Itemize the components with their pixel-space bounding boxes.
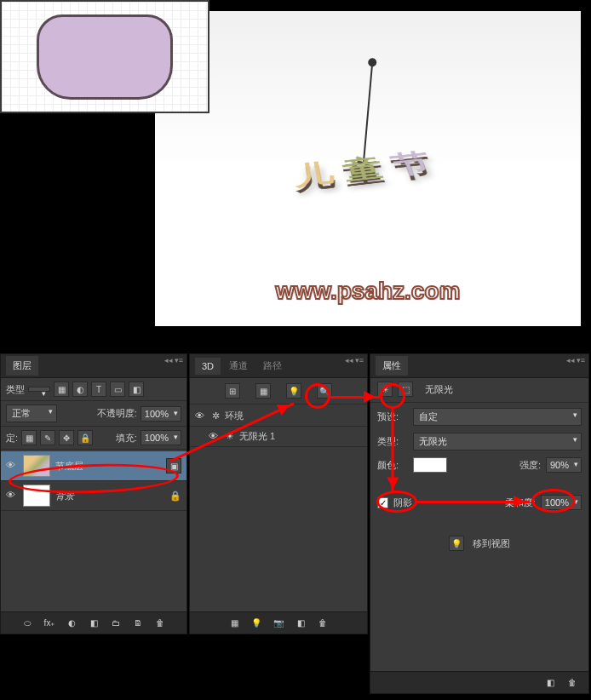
layer-3d-icon[interactable]: ▣	[166, 458, 181, 473]
lock-transparent-icon[interactable]: ▦	[21, 430, 37, 445]
camera-icon[interactable]: 📷	[271, 616, 286, 631]
group-icon[interactable]: 🗀	[108, 616, 123, 631]
3d-char-3[interactable]: 节	[387, 146, 445, 180]
three-d-footer: ▦ 💡 📷 ◧ 🗑	[190, 611, 367, 634]
filter-adjust-icon[interactable]: ◐	[72, 382, 88, 397]
layers-footer: ⬭ fx₊ ◐ ◧ 🗀 🗎 🗑	[1, 611, 186, 634]
type-row: 类型: 无限光	[370, 429, 588, 454]
panel-menu-icon[interactable]: ▾≡	[175, 356, 183, 364]
tab-properties[interactable]: 属性	[376, 356, 408, 376]
filter-shape-icon[interactable]: ▭	[110, 382, 125, 397]
three-d-tab-bar: 3D 通道 路径	[190, 354, 367, 378]
color-swatch[interactable]	[413, 457, 447, 473]
lock-move-icon[interactable]: ✥	[59, 430, 74, 445]
three-d-list: 👁 ✲ 环境 👁 ☀ 无限光 1	[190, 405, 367, 449]
filter-mesh-icon[interactable]: ▦	[255, 383, 271, 399]
mesh-icon[interactable]: ▦	[227, 616, 242, 631]
lock-paint-icon[interactable]: ✎	[40, 430, 55, 445]
fill-value[interactable]: 100%	[141, 430, 181, 445]
layer-list: 👁 节底层 ▣ 👁 背景 🔒	[1, 450, 186, 513]
three-d-row[interactable]: 👁 ✲ 环境	[190, 406, 367, 427]
move-to-view-row: 💡 移到视图	[370, 529, 588, 558]
light-handle-dot[interactable]	[368, 58, 377, 67]
trash-icon[interactable]: 🗑	[152, 616, 168, 631]
properties-panel: ◂◂ ▾≡ 属性 ☀ ⬚ 无限光 预设: 自定 类型: 无限光 颜色: 强度: …	[370, 353, 589, 694]
light-type-title: 无限光	[425, 383, 453, 396]
opacity-value[interactable]: 100%	[141, 406, 181, 422]
lock-label: 定:	[6, 432, 18, 445]
filter-smart-icon[interactable]: ◧	[129, 382, 144, 397]
filter-scene-icon[interactable]: ⊞	[225, 383, 240, 399]
environment-icon: ✲	[212, 410, 220, 422]
mask-icon[interactable]: ◐	[64, 616, 79, 631]
coord-icon[interactable]: ⬚	[398, 382, 413, 397]
panel-collapse-icon[interactable]: ◂◂	[345, 356, 353, 364]
filter-image-icon[interactable]: ▦	[54, 382, 69, 397]
shadow-label: 阴影	[393, 496, 412, 509]
color-row: 颜色: 强度: 90%	[370, 454, 588, 476]
link-layers-icon[interactable]: ⬭	[20, 616, 35, 631]
layer-row[interactable]: 👁 背景 🔒	[1, 481, 186, 511]
fx-icon[interactable]: fx₊	[42, 616, 57, 631]
shadow-row: ✓ 阴影 柔和度: 100%	[370, 491, 588, 514]
new-light-icon[interactable]: 💡	[249, 616, 264, 631]
filter-camera-icon[interactable]: 🔍	[317, 383, 332, 399]
filter-label: 类型	[6, 383, 25, 396]
document-viewport[interactable]: 儿童节 www.psahz.com	[155, 11, 581, 326]
shadow-checkbox[interactable]: ✓	[377, 497, 388, 508]
light-icon: ☀	[226, 431, 234, 442]
properties-footer: ◧ 🗑	[370, 671, 588, 693]
canvas-area: 儿童节 www.psahz.com	[155, 11, 581, 326]
render-icon[interactable]: ◧	[542, 675, 558, 691]
new-layer-icon[interactable]: 🗎	[130, 616, 146, 631]
softness-value[interactable]: 100%	[541, 495, 582, 510]
intensity-value[interactable]: 90%	[546, 457, 582, 473]
layer-name[interactable]: 背景	[55, 490, 74, 502]
layers-filter-row: 类型 ▦ ◐ T ▭ ◧	[1, 378, 186, 401]
visibility-icon[interactable]: 👁	[6, 490, 18, 502]
trash-icon[interactable]: 🗑	[315, 616, 330, 631]
layer-name[interactable]: 节底层	[55, 460, 83, 473]
blend-mode-dropdown[interactable]: 正常	[6, 405, 57, 422]
adjustment-icon[interactable]: ◧	[86, 616, 101, 631]
tab-paths[interactable]: 路径	[256, 356, 289, 376]
lock-all-icon[interactable]: 🔒	[77, 430, 93, 445]
three-d-item-name[interactable]: 环境	[225, 410, 244, 422]
filter-light-icon[interactable]: 💡	[286, 383, 301, 399]
visibility-icon[interactable]: 👁	[6, 460, 18, 472]
type-label: 类型:	[377, 435, 408, 448]
layers-lock-row: 定: ▦ ✎ ✥ 🔒 填充: 100%	[1, 427, 186, 450]
render-icon[interactable]: ◧	[293, 616, 308, 631]
filter-text-icon[interactable]: T	[91, 382, 106, 397]
fill-label: 填充:	[116, 432, 137, 445]
layer-row[interactable]: 👁 节底层 ▣	[1, 451, 186, 481]
layers-blend-row: 正常 不透明度: 100%	[1, 401, 186, 427]
softness-label: 柔和度:	[505, 496, 536, 509]
type-dropdown[interactable]: 无限光	[413, 433, 582, 450]
panel-menu-icon[interactable]: ▾≡	[355, 356, 364, 364]
3d-char-1[interactable]: 儿	[292, 157, 347, 191]
move-to-view-icon[interactable]: 💡	[449, 536, 464, 551]
panel-collapse-icon[interactable]: ◂◂	[566, 356, 575, 364]
preset-label: 预设:	[377, 410, 408, 423]
preset-dropdown[interactable]: 自定	[413, 408, 582, 426]
tab-3d[interactable]: 3D	[195, 358, 221, 375]
move-to-view-label[interactable]: 移到视图	[473, 538, 510, 548]
light-type-icon[interactable]: ☀	[377, 382, 393, 397]
visibility-icon[interactable]: 👁	[195, 410, 207, 422]
three-d-row[interactable]: 👁 ☀ 无限光 1	[190, 427, 367, 447]
3d-char-2[interactable]: 童	[340, 152, 396, 185]
visibility-icon[interactable]: 👁	[209, 431, 221, 443]
layer-thumbnail[interactable]	[23, 455, 50, 477]
color-label: 颜色:	[377, 459, 408, 472]
filter-type-dropdown[interactable]	[28, 387, 50, 392]
panel-collapse-icon[interactable]: ◂◂	[164, 356, 173, 364]
trash-icon[interactable]: 🗑	[565, 675, 580, 691]
tab-channels[interactable]: 通道	[222, 356, 255, 376]
tab-layers[interactable]: 图层	[6, 356, 38, 376]
layer-thumbnail[interactable]	[23, 485, 50, 507]
light-handle[interactable]	[363, 62, 373, 164]
3d-text-object[interactable]: 儿童节	[291, 145, 446, 195]
panel-menu-icon[interactable]: ▾≡	[577, 356, 585, 364]
three-d-item-name[interactable]: 无限光 1	[239, 430, 275, 443]
